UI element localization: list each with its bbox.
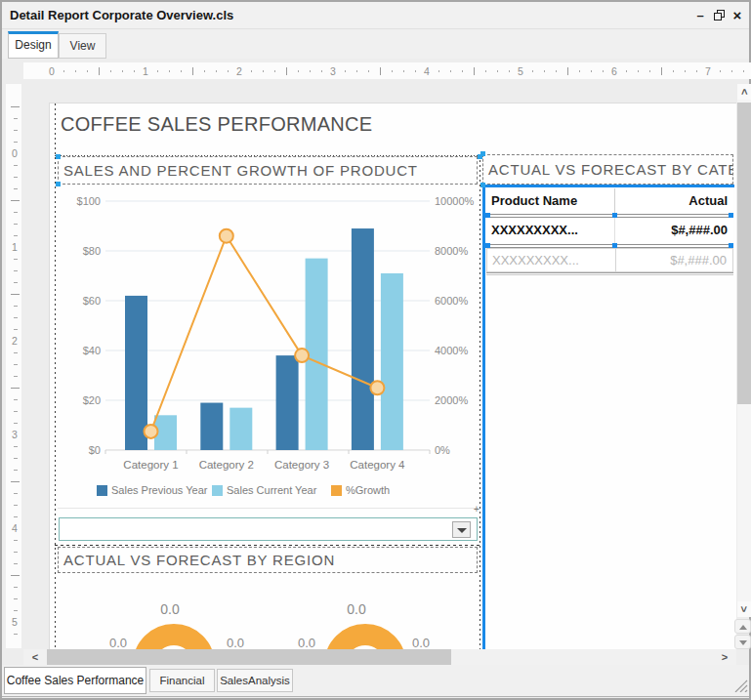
- selection-handle[interactable]: [480, 151, 485, 156]
- report-title[interactable]: COFFEE SALES PERFORMANCE: [61, 113, 372, 136]
- vertical-ruler: 012345: [6, 84, 21, 648]
- svg-text:0: 0: [49, 65, 55, 77]
- category-table[interactable]: Product Name Actual XXXXXXXXX...$#,###.0…: [486, 188, 733, 275]
- svg-text:$80: $80: [83, 245, 101, 257]
- svg-text:Category 1: Category 1: [123, 459, 178, 471]
- svg-text:$20: $20: [83, 394, 101, 406]
- svg-text:$100: $100: [77, 195, 101, 207]
- chevron-up-icon: >: [736, 85, 751, 99]
- svg-text:6000%: 6000%: [435, 295, 468, 307]
- svg-text:Category 4: Category 4: [350, 459, 405, 471]
- svg-text:Sales Previous Year: Sales Previous Year: [111, 484, 208, 496]
- svg-text:2: 2: [236, 65, 242, 77]
- tab-view[interactable]: View: [59, 33, 106, 59]
- svg-text:4: 4: [12, 522, 18, 534]
- svg-text:8000%: 8000%: [435, 245, 468, 257]
- dropdown-arrow-icon: [457, 528, 467, 533]
- vertical-scroll-thumb[interactable]: [737, 103, 751, 404]
- dropdown-arrow-button[interactable]: [452, 521, 471, 538]
- chevron-down-icon: >: [736, 602, 751, 616]
- svg-text:4000%: 4000%: [435, 345, 468, 356]
- left-section-title-box[interactable]: SALES AND PERCENT GROWTH OF PRODUCT: [58, 156, 478, 185]
- svg-text:7: 7: [705, 65, 711, 77]
- svg-text:Sales Current Year: Sales Current Year: [227, 484, 317, 496]
- cell-product-name[interactable]: XXXXXXXXX...: [487, 249, 616, 271]
- svg-text:$0: $0: [89, 444, 101, 456]
- sheet-tab-coffee-sales-performance[interactable]: Coffee Sales Performance: [4, 667, 146, 694]
- cell-actual[interactable]: $#,###.00: [670, 249, 727, 272]
- sheet-tab-financial[interactable]: Financial: [149, 669, 215, 692]
- page-up-button[interactable]: [734, 619, 751, 634]
- svg-text:0.0: 0.0: [109, 636, 127, 649]
- svg-text:1: 1: [143, 65, 148, 77]
- scroll-up-button[interactable]: >: [737, 84, 751, 100]
- region-section-title-box[interactable]: ACTUAL VS FORECAST BY REGION: [58, 547, 478, 573]
- column-header-product-name[interactable]: Product Name: [491, 188, 615, 214]
- right-section-title-box[interactable]: ACTUAL VS FORECAST BY CATE: [482, 154, 733, 185]
- svg-text:3: 3: [12, 429, 18, 440]
- table-rows: XXXXXXXXX...$#,###.00XXXXXXXXX...$#,###.…: [486, 214, 733, 275]
- horizontal-ruler: 01234567: [23, 62, 751, 79]
- svg-text:0.0: 0.0: [298, 636, 315, 649]
- svg-text:$40: $40: [83, 345, 101, 356]
- svg-text:2000%: 2000%: [435, 394, 468, 406]
- scroll-right-button[interactable]: >: [717, 649, 732, 665]
- tab-design[interactable]: Design: [8, 31, 59, 59]
- selection-handle[interactable]: [56, 154, 61, 159]
- svg-text:4: 4: [424, 65, 430, 77]
- selection-border-left: [482, 185, 485, 649]
- size-adorner: +: [474, 504, 480, 515]
- scroll-down-button[interactable]: >: [737, 601, 751, 617]
- horizontal-scrollbar[interactable]: < >: [23, 649, 736, 665]
- title-bar: Detail Report Corporate Overview.cls – ×: [2, 2, 749, 29]
- scroll-left-button[interactable]: <: [27, 649, 43, 665]
- region-gauges[interactable]: 0.00.00.00.00.00.0: [58, 573, 479, 649]
- svg-text:0.0: 0.0: [227, 636, 244, 649]
- svg-text:10000%: 10000%: [435, 195, 475, 207]
- table-row[interactable]: XXXXXXXXX...$#,###.00: [486, 218, 733, 244]
- svg-text:0: 0: [12, 147, 18, 159]
- sheet-tab-strip: Coffee Sales Performance Financial Sales…: [2, 665, 749, 696]
- resize-grip[interactable]: [734, 679, 748, 692]
- svg-text:5: 5: [12, 616, 18, 628]
- triangle-up-icon: [739, 625, 747, 630]
- design-view-tabbar: Design View: [2, 29, 749, 59]
- svg-text:Category 2: Category 2: [199, 459, 254, 471]
- svg-text:0.0: 0.0: [347, 601, 366, 617]
- report-canvas: COFFEE SALES PERFORMANCE SALES AND PERCE…: [49, 103, 736, 649]
- svg-text:0%: 0%: [435, 444, 450, 456]
- window-title: Detail Report Corporate Overview.cls: [10, 2, 233, 29]
- svg-text:5: 5: [518, 65, 523, 77]
- selection-handle[interactable]: [56, 182, 61, 186]
- svg-text:0.0: 0.0: [160, 601, 180, 617]
- svg-text:3: 3: [330, 65, 336, 77]
- region-section-separator: [55, 545, 481, 546]
- sheet-tab-salesanalysis[interactable]: SalesAnalysis: [217, 669, 293, 692]
- cell-actual[interactable]: $#,###.00: [671, 218, 728, 243]
- application-window: Detail Report Corporate Overview.cls – ×…: [0, 0, 751, 700]
- parameter-dropdown[interactable]: [59, 517, 478, 541]
- designer-workspace: 01234567 012345 COFFEE SALES PERFORMANCE…: [2, 59, 749, 698]
- vertical-scrollbar[interactable]: > >: [737, 84, 751, 617]
- cell-product-name[interactable]: XXXXXXXXX...: [491, 218, 615, 244]
- page-down-button[interactable]: [734, 635, 751, 649]
- status-separator: [2, 696, 749, 697]
- table-header-row[interactable]: Product Name Actual: [486, 188, 733, 214]
- combo-chart[interactable]: $00%$202000%$404000%$606000%$808000%$100…: [58, 185, 479, 509]
- svg-text:Category 3: Category 3: [274, 459, 329, 471]
- selection-handle[interactable]: [480, 183, 485, 187]
- svg-text:1: 1: [12, 241, 18, 253]
- minimize-button[interactable]: –: [690, 2, 710, 29]
- svg-text:2: 2: [12, 335, 18, 347]
- svg-text:$60: $60: [83, 295, 101, 307]
- table-row[interactable]: XXXXXXXXX...$#,###.00: [486, 248, 733, 272]
- selection-border-top: [482, 185, 734, 187]
- band-right-dashed-border: [480, 155, 480, 649]
- table-bottom-border: [486, 272, 733, 275]
- svg-text:%Growth: %Growth: [346, 484, 390, 496]
- svg-text:6: 6: [611, 65, 617, 77]
- column-header-actual[interactable]: Actual: [688, 188, 728, 214]
- restore-button[interactable]: [710, 2, 730, 29]
- close-button[interactable]: ×: [728, 2, 747, 29]
- horizontal-scroll-thumb[interactable]: [47, 649, 451, 665]
